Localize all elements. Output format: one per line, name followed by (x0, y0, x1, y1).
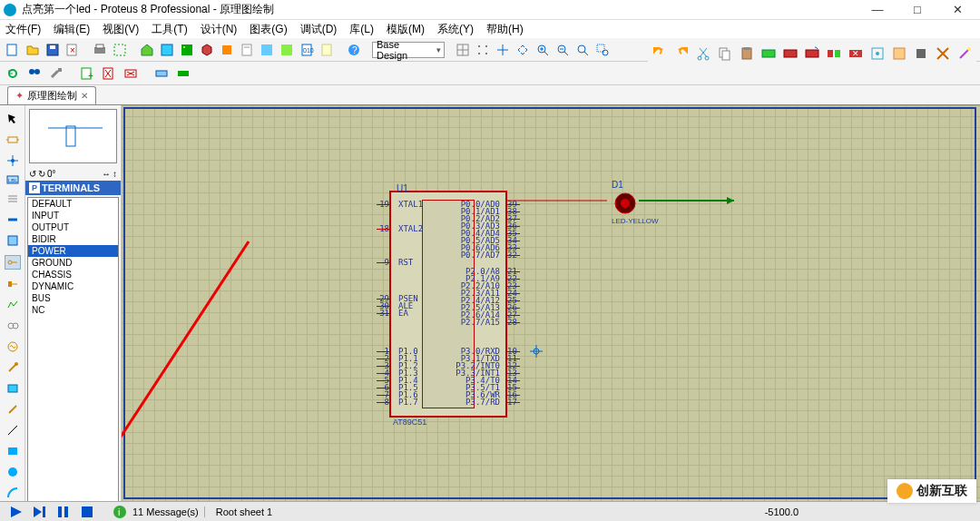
circle-tool[interactable] (5, 466, 21, 478)
minimize-button[interactable]: — (866, 3, 889, 16)
palette-item[interactable]: DEFAULT (28, 198, 118, 210)
delete-sheet-icon[interactable] (100, 64, 118, 83)
block-mirror-icon[interactable] (824, 44, 844, 64)
undo-icon[interactable] (650, 44, 670, 64)
schematic-icon[interactable] (158, 41, 176, 59)
component-tool[interactable] (5, 133, 21, 146)
zoom-in-icon[interactable] (534, 41, 552, 59)
menu-item[interactable]: 编辑(E) (54, 22, 90, 37)
print-icon[interactable] (91, 41, 109, 59)
decompose-icon[interactable] (933, 44, 953, 64)
tab-schematic[interactable]: ✦ 原理图绘制 ✕ (7, 86, 96, 104)
pcb-icon[interactable] (178, 41, 196, 59)
palette-item[interactable]: NC (28, 304, 118, 316)
close-file-icon[interactable]: × (64, 41, 82, 59)
design-combo[interactable]: Base Design (372, 42, 445, 58)
print-area-icon[interactable] (111, 41, 129, 59)
toggle2-icon[interactable] (174, 64, 192, 83)
paste-icon[interactable] (737, 44, 757, 64)
menu-item[interactable]: 视图(V) (103, 22, 139, 37)
save-icon[interactable] (44, 41, 62, 59)
refresh-icon[interactable] (4, 64, 22, 83)
library-icon[interactable] (889, 44, 909, 64)
pause-button[interactable] (54, 505, 73, 519)
block-copy-icon[interactable] (759, 44, 779, 64)
schematic-canvas[interactable]: U1 AT89C51 19XTAL118XTAL29RST29PSEN30ALE… (122, 105, 980, 505)
block-delete-icon[interactable]: ✕ (846, 44, 866, 64)
rotate-cw-icon[interactable]: ↻ (38, 169, 45, 179)
zoom-area-icon[interactable] (593, 41, 612, 59)
find-icon[interactable] (25, 64, 44, 83)
snap-icon[interactable] (474, 41, 492, 59)
info-icon[interactable]: i (113, 505, 127, 519)
palette-item[interactable]: DYNAMIC (28, 280, 118, 292)
palette-item[interactable]: INPUT (28, 210, 118, 221)
line-tool[interactable] (5, 424, 21, 437)
add-sheet-icon[interactable]: + (78, 64, 96, 83)
bom-icon[interactable] (238, 41, 256, 59)
toggle1-icon[interactable] (152, 64, 171, 83)
maximize-button[interactable]: □ (906, 3, 929, 16)
palette-item[interactable]: POWER (28, 245, 118, 257)
junction-tool[interactable] (5, 154, 21, 167)
cut-icon[interactable] (693, 44, 713, 64)
close-button[interactable]: ✕ (946, 3, 969, 16)
palette-item[interactable]: OUTPUT (28, 221, 118, 233)
tape-tool[interactable] (5, 319, 21, 332)
play-button[interactable] (7, 505, 25, 519)
menu-item[interactable]: 系统(Y) (437, 22, 474, 37)
status-messages[interactable]: 11 Message(s) (127, 506, 205, 517)
bus-tool[interactable] (5, 213, 21, 226)
script-icon[interactable]: 010 (298, 41, 316, 59)
component-d1[interactable]: D1 LED-YELLOW (612, 180, 659, 225)
label-tool[interactable]: LBL (5, 175, 21, 184)
component-u1[interactable]: U1 AT89C51 19XTAL118XTAL29RST29PSEN30ALE… (389, 191, 507, 418)
block-rotate-icon[interactable] (802, 44, 822, 64)
stop-button[interactable] (78, 505, 96, 519)
vsm-icon[interactable] (278, 41, 296, 59)
palette-item[interactable]: GROUND (28, 257, 118, 269)
palette-item[interactable]: BIDIR (28, 233, 118, 245)
menu-item[interactable]: 模版(M) (387, 22, 425, 37)
design-explorer-icon[interactable] (258, 41, 276, 59)
probe-tool[interactable] (5, 361, 21, 374)
arc-tool[interactable] (5, 487, 21, 499)
pick-icon[interactable] (867, 44, 887, 64)
mirror-v-icon[interactable]: ↕ (113, 169, 117, 179)
origin-icon[interactable] (494, 41, 512, 59)
zoom-out-icon[interactable] (554, 41, 572, 59)
tab-close-icon[interactable]: ✕ (81, 91, 88, 101)
text-tool[interactable] (5, 192, 21, 205)
gerber-icon[interactable] (218, 41, 236, 59)
note-icon[interactable] (318, 41, 336, 59)
menu-item[interactable]: 帮助(H) (486, 22, 524, 37)
selection-tool[interactable] (5, 113, 21, 125)
menu-item[interactable]: 设计(N) (201, 22, 238, 37)
menu-item[interactable]: 图表(G) (250, 22, 287, 37)
palette-item[interactable]: BUS (28, 292, 118, 304)
menu-item[interactable]: 工具(T) (152, 22, 187, 37)
delete-block-icon[interactable] (122, 64, 140, 83)
redo-icon[interactable] (671, 44, 691, 64)
device-pin-tool[interactable] (5, 278, 21, 290)
instrument-tool[interactable] (5, 382, 21, 395)
package-icon[interactable] (911, 44, 931, 64)
step-button[interactable] (31, 505, 49, 519)
rotate-ccw-icon[interactable]: ↺ (29, 169, 36, 179)
generator-tool[interactable] (5, 340, 21, 353)
open-file-icon[interactable] (24, 41, 42, 59)
palette-item[interactable]: CHASSIS (28, 269, 118, 280)
zoom-fit-icon[interactable] (573, 41, 592, 59)
mirror-h-icon[interactable]: ↔ (102, 169, 111, 179)
copy-icon[interactable] (715, 44, 735, 64)
home-icon[interactable] (138, 41, 156, 59)
rect-tool[interactable] (5, 445, 21, 457)
menu-item[interactable]: 调试(D) (300, 22, 338, 37)
rotation-controls[interactable]: ↺ ↻ 0° ↔ ↕ (25, 167, 121, 181)
3d-icon[interactable] (198, 41, 216, 59)
menu-item[interactable]: 库(L) (349, 22, 374, 37)
grid-icon[interactable] (454, 41, 472, 59)
pan-icon[interactable] (514, 41, 532, 59)
block-move-icon[interactable] (780, 44, 800, 64)
terminal-tool[interactable] (5, 255, 21, 270)
